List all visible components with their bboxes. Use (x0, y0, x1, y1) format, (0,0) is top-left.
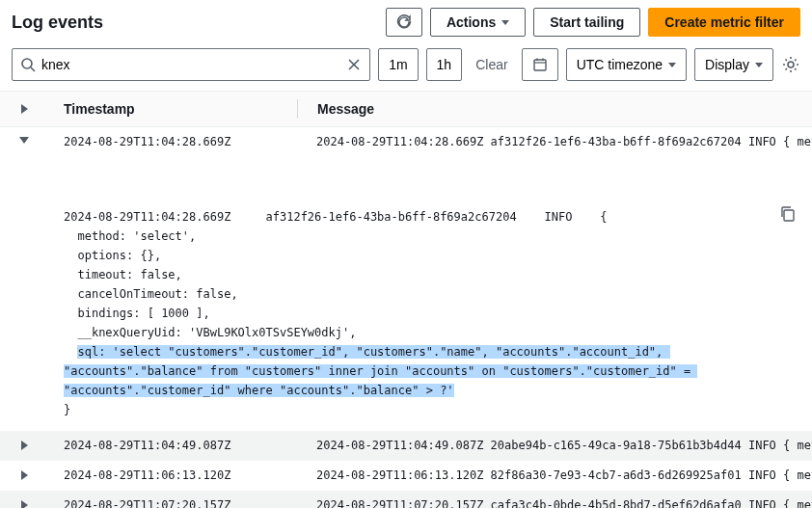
chevron-down-icon (755, 63, 763, 67)
log-line-sql-prefix (64, 345, 77, 359)
caret-down-icon (19, 137, 29, 144)
log-row: 2024-08-29T11:07:20.157Z 2024-08-29T11:0… (0, 491, 812, 508)
row-toggle[interactable] (0, 135, 48, 144)
row-message: 2024-08-29T11:07:20.157Z cafa3c4b-0bde-4… (297, 498, 812, 508)
timezone-label: UTC timezone (577, 57, 663, 72)
clear-button[interactable]: Clear (470, 57, 513, 72)
settings-button[interactable] (781, 55, 800, 74)
calendar-button[interactable] (522, 48, 558, 81)
caret-right-icon (21, 104, 28, 114)
refresh-button[interactable] (386, 8, 422, 37)
highlighted-sql: sql: 'select "customers"."customer_id", … (64, 345, 697, 397)
search-input-container[interactable] (12, 48, 370, 81)
caret-right-icon (21, 470, 28, 480)
log-row-expanded: 2024-08-29T11:04:28.669Z 2024-08-29T11:0… (0, 127, 812, 157)
start-tailing-button[interactable]: Start tailing (533, 8, 640, 37)
log-row: 2024-08-29T11:04:49.087Z 2024-08-29T11:0… (0, 431, 812, 461)
row-timestamp: 2024-08-29T11:04:49.087Z (48, 439, 297, 452)
log-line: } (64, 403, 70, 416)
row-toggle[interactable] (0, 498, 48, 508)
log-line: bindings: [ 1000 ], (64, 307, 210, 320)
table-header: Timestamp Message (0, 91, 812, 127)
svg-line-1 (31, 67, 35, 71)
search-input[interactable] (36, 57, 346, 72)
log-line: __knexQueryUid: 'VBwL9KOlx0TSvSEYw0dkj', (64, 326, 356, 339)
th-timestamp[interactable]: Timestamp (48, 101, 297, 117)
caret-right-icon (21, 500, 28, 508)
timezone-button[interactable]: UTC timezone (566, 48, 687, 81)
clear-search-icon[interactable] (346, 57, 362, 72)
row-message: 2024-08-29T11:06:13.120Z 82f86a30-7e93-4… (297, 468, 812, 482)
row-timestamp: 2024-08-29T11:07:20.157Z (48, 498, 297, 508)
search-icon (20, 57, 36, 72)
svg-rect-4 (534, 60, 546, 70)
caret-right-icon (21, 441, 28, 450)
actions-button[interactable]: Actions (430, 8, 526, 37)
gear-icon (781, 55, 800, 74)
chevron-down-icon (501, 20, 509, 25)
row-timestamp: 2024-08-29T11:06:13.120Z (48, 468, 297, 482)
log-line: options: {}, (64, 249, 161, 262)
refresh-icon (396, 14, 412, 30)
row-timestamp: 2024-08-29T11:04:28.669Z (48, 135, 297, 148)
page-title: Log events (12, 13, 103, 33)
row-message: 2024-08-29T11:04:28.669Z af312f26-1ef6-4… (297, 135, 812, 148)
copy-button[interactable] (779, 167, 797, 184)
expanded-log-body: 2024-08-29T11:04:28.669Z af312f26-1ef6-4… (0, 157, 812, 431)
range-1m-button[interactable]: 1m (378, 48, 418, 81)
log-line: method: 'select', (64, 229, 196, 243)
display-button[interactable]: Display (694, 48, 773, 81)
log-line: timeout: false, (64, 268, 182, 281)
calendar-icon (532, 57, 548, 72)
svg-point-0 (22, 59, 32, 68)
row-message: 2024-08-29T11:04:49.087Z 20abe94b-c165-4… (297, 439, 812, 452)
log-row: 2024-08-29T11:06:13.120Z 2024-08-29T11:0… (0, 461, 812, 491)
display-label: Display (705, 57, 749, 72)
row-toggle[interactable] (0, 468, 48, 480)
expand-all-toggle[interactable] (0, 104, 48, 114)
create-metric-filter-button[interactable]: Create metric filter (648, 8, 800, 37)
actions-label: Actions (447, 14, 496, 30)
log-line: 2024-08-29T11:04:28.669Z af312f26-1ef6-4… (64, 210, 608, 224)
svg-rect-9 (784, 210, 794, 221)
row-toggle[interactable] (0, 439, 48, 450)
log-line: cancelOnTimeout: false, (64, 287, 238, 301)
th-message[interactable]: Message (298, 101, 812, 117)
range-1h-button[interactable]: 1h (426, 48, 463, 81)
svg-point-8 (788, 62, 794, 67)
chevron-down-icon (668, 63, 676, 67)
